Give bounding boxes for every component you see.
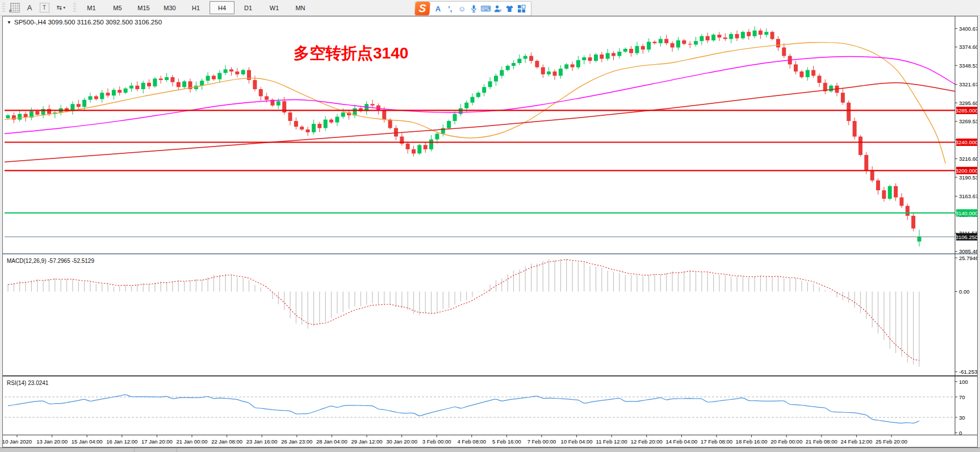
svg-text:28 Jan 04:00: 28 Jan 04:00 [316,438,347,445]
svg-text:18 Feb 16:00: 18 Feb 16:00 [736,438,768,445]
timeframe-button-mn[interactable]: MN [288,1,313,14]
arrange-objects-icon[interactable]: ⇆▼ [52,2,71,14]
svg-text:21 Feb 08:00: 21 Feb 08:00 [806,438,837,445]
soft-keyboard-icon-glyph: ⌨ [480,5,491,13]
svg-text:3163.670: 3163.670 [959,193,977,199]
sogou-input-bar[interactable]: S A’,☺⌨ [415,1,531,16]
svg-text:3374.600: 3374.600 [959,44,977,50]
emoji-icon[interactable]: ☺ [456,3,468,14]
svg-text:0.00: 0.00 [959,288,970,295]
svg-text:14 Feb 04:00: 14 Feb 04:00 [665,438,697,445]
emoji-icon-glyph: ☺ [458,5,466,13]
svg-text:29 Jan 12:00: 29 Jan 12:00 [351,438,383,445]
macd-label: MACD(12,26,9) -57.2965 -52.5129 [7,258,94,264]
ma-fast-orange [5,43,945,164]
indicator-axes[interactable]: 25.79460.00-61.253310070300 [955,255,977,436]
timeframe-button-m15[interactable]: M15 [131,1,156,14]
timeframe-button-d1[interactable]: D1 [236,1,261,14]
svg-text:10 Feb 04:00: 10 Feb 04:00 [561,438,593,445]
price-level-labels: 3285.0003240.0003200.0003140.0003106.250 [956,107,977,241]
svg-text:11 Feb 12:00: 11 Feb 12:00 [596,438,627,445]
svg-text:17 Feb 08:00: 17 Feb 08:00 [701,438,732,445]
macd-histogram [8,259,919,367]
svg-text:20 Feb 00:00: 20 Feb 00:00 [770,438,802,445]
svg-text:17 Jan 20:00: 17 Jan 20:00 [141,438,173,445]
svg-text:23 Jan 16:00: 23 Jan 16:00 [246,438,278,445]
timeframe-button-m1[interactable]: M1 [79,1,104,14]
account-icon[interactable] [492,3,504,14]
status-segment [135,449,177,452]
svg-text:26 Jan 23:00: 26 Jan 23:00 [281,438,312,445]
svg-text:0: 0 [959,430,962,436]
svg-text:3400.670: 3400.670 [959,26,977,32]
svg-text:25.7946: 25.7946 [959,255,977,261]
svg-text:3269.530: 3269.530 [959,118,977,124]
svg-text:3295.600: 3295.600 [959,100,977,106]
svg-text:4 Feb 08:00: 4 Feb 08:00 [457,438,486,445]
svg-text:3140.000: 3140.000 [956,210,977,216]
svg-text:3216.600: 3216.600 [959,156,977,162]
svg-text:3190.530: 3190.530 [959,174,977,181]
lang-toggle-icon[interactable]: A [432,3,444,14]
rsi-line [8,395,919,423]
timeframe-button-m30[interactable]: M30 [157,1,182,14]
svg-text:70: 70 [959,394,965,400]
svg-text:5 Feb 16:00: 5 Feb 16:00 [492,438,521,445]
punctuation-icon-glyph: ’, [448,5,452,13]
toolbar-grip[interactable] [2,3,5,13]
annotation-text[interactable]: 多空转折点3140 [294,44,408,62]
svg-text:30: 30 [959,415,965,421]
svg-text:3321.670: 3321.670 [959,81,977,87]
timeframe-button-w1[interactable]: W1 [262,1,287,14]
soft-keyboard-icon[interactable]: ⌨ [480,3,492,14]
timeframe-button-h1[interactable]: H1 [183,1,208,14]
symbol-dropdown-icon[interactable]: ▼ [7,20,11,25]
toolbox-icon[interactable] [516,3,527,14]
time-axis[interactable]: 10 Jan 202013 Jan 20:0015 Jan 04:0016 Ja… [3,435,907,445]
rsi-label: RSI(14) 23.0241 [7,380,49,386]
voice-input-icon[interactable] [468,3,480,14]
svg-text:-61.2533: -61.2533 [959,369,977,375]
chart-canvas[interactable]: ▼SP500-,H4 3099.500 3116.250 3092.500 31… [3,16,977,447]
status-segment [0,449,135,452]
svg-text:3348.530: 3348.530 [959,62,977,69]
svg-text:15 Jan 04:00: 15 Jan 04:00 [72,438,103,445]
svg-text:7 Feb 00:00: 7 Feb 00:00 [527,438,556,445]
svg-text:16 Jan 12:00: 16 Jan 12:00 [106,438,137,445]
skin-icon[interactable] [504,3,516,14]
timeframe-button-h4[interactable]: H4 [210,1,234,14]
svg-text:3106.250: 3106.250 [956,234,977,240]
svg-text:3285.000: 3285.000 [956,107,977,114]
label-tool-icon[interactable]: A [22,2,37,14]
svg-text:100: 100 [959,379,968,385]
svg-text:24 Feb 12:00: 24 Feb 12:00 [840,438,872,445]
textbox-tool-icon[interactable]: T [37,2,52,14]
svg-text:22 Jan 08:00: 22 Jan 08:00 [211,438,242,445]
svg-text:12 Feb 20:00: 12 Feb 20:00 [631,438,663,445]
macd-signal-line [8,260,919,360]
punctuation-icon[interactable]: ’, [444,3,456,14]
svg-text:3 Feb 00:00: 3 Feb 00:00 [422,438,451,445]
lang-toggle-icon-glyph: A [435,5,441,13]
sogou-logo-icon[interactable]: S [414,2,430,15]
svg-text:30 Jan 20:00: 30 Jan 20:00 [386,438,417,445]
svg-text:13 Jan 20:00: 13 Jan 20:00 [36,438,68,445]
svg-text:3240.000: 3240.000 [956,139,977,145]
svg-text:21 Jan 00:00: 21 Jan 00:00 [177,438,208,445]
toolbar-grip[interactable] [73,3,76,13]
svg-text:3085.460: 3085.460 [959,248,977,254]
svg-text:25 Feb 20:00: 25 Feb 20:00 [876,438,907,445]
dropdown-caret-icon: ▼ [62,6,66,10]
timeframe-button-m5[interactable]: M5 [105,1,130,14]
chart-title: SP500-,H4 3099.500 3116.250 3092.500 310… [14,19,162,26]
chart-window[interactable]: ▼SP500-,H4 3099.500 3116.250 3092.500 31… [2,16,978,447]
svg-text:3200.000: 3200.000 [956,168,977,174]
timeframe-toolbar: M1M5M15M30H1H4D1W1MN [78,1,313,14]
bottom-status-strip [0,447,980,452]
templates-grid-icon[interactable]: F [7,2,22,14]
svg-text:10 Jan 2020: 10 Jan 2020 [3,438,32,445]
